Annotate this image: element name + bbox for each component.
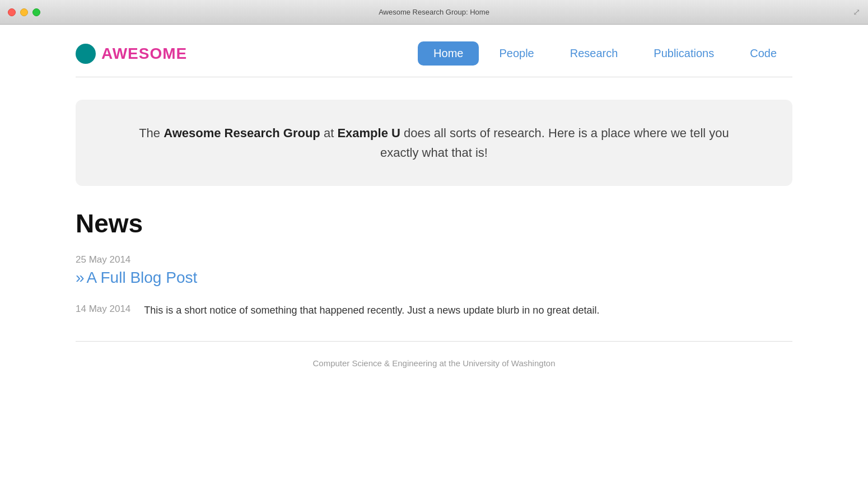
- hero-prefix: The: [139, 126, 164, 140]
- nav-item-home[interactable]: Home: [418, 41, 479, 66]
- close-button[interactable]: [8, 8, 16, 16]
- news-item-1: 25 May 2014 »A Full Blog Post: [76, 254, 792, 287]
- hero-text: The Awesome Research Group at Example U …: [120, 123, 748, 162]
- news-item-2: 14 May 2014 This is a short notice of so…: [76, 302, 792, 319]
- window-title: Awesome Research Group: Home: [379, 8, 489, 16]
- maximize-button[interactable]: [32, 8, 40, 16]
- news-date-1: 25 May 2014: [76, 254, 792, 265]
- hero-suffix: does all sorts of research. Here is a pl…: [380, 126, 729, 160]
- nav-item-publications[interactable]: Publications: [638, 41, 730, 66]
- news-blurb-2: This is a short notice of something that…: [144, 302, 599, 319]
- resize-icon[interactable]: ⤢: [853, 7, 860, 17]
- window-controls[interactable]: [8, 8, 40, 16]
- site-header: AWESOME Home People Research Publication…: [76, 25, 792, 77]
- news-section: News 25 May 2014 »A Full Blog Post 14 Ma…: [76, 208, 792, 319]
- minimize-button[interactable]: [20, 8, 28, 16]
- footer-text: Computer Science & Engineering at the Un…: [312, 358, 555, 368]
- site-footer: Computer Science & Engineering at the Un…: [76, 342, 792, 385]
- news-heading: News: [76, 208, 792, 239]
- main-nav: Home People Research Publications Code: [418, 41, 792, 66]
- nav-item-research[interactable]: Research: [554, 41, 634, 66]
- logo-text: AWESOME: [101, 45, 187, 63]
- logo-link[interactable]: AWESOME: [76, 44, 187, 64]
- nav-item-code[interactable]: Code: [734, 41, 792, 66]
- page-content: AWESOME Home People Research Publication…: [42, 25, 826, 385]
- nav-item-people[interactable]: People: [483, 41, 549, 66]
- news-link-1[interactable]: »A Full Blog Post: [76, 269, 197, 286]
- news-date-2: 14 May 2014: [76, 302, 130, 315]
- hero-banner: The Awesome Research Group at Example U …: [76, 100, 792, 186]
- hero-middle: at: [320, 126, 338, 140]
- hero-group-name: Awesome Research Group: [164, 126, 320, 140]
- hero-university: Example U: [337, 126, 400, 140]
- news-title-1: A Full Blog Post: [87, 269, 198, 286]
- news-arrow-1: »: [76, 269, 85, 286]
- logo-circle: [76, 44, 96, 64]
- titlebar: Awesome Research Group: Home ⤢: [0, 0, 868, 25]
- header-divider: [76, 77, 792, 77]
